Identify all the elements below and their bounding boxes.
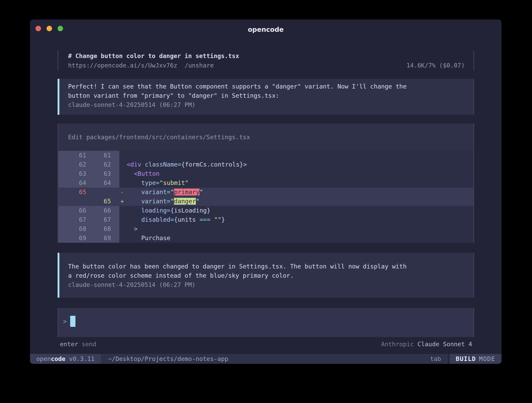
code-token: "submit" <box>160 179 189 186</box>
code-line: <Button <box>127 169 473 178</box>
new-line-number: 61 <box>87 151 119 160</box>
diff-row: 65- variant="primary" <box>58 188 473 197</box>
code-token: " <box>170 189 174 195</box>
code-token: } <box>221 216 225 223</box>
code-line: Purchase <box>127 234 473 243</box>
code-token: primary <box>174 189 200 195</box>
diff-sign <box>119 169 127 178</box>
code-token: " <box>200 189 203 195</box>
new-line-number: 65 <box>87 197 119 206</box>
diff-sign <box>119 224 127 234</box>
code-token <box>127 189 141 195</box>
tab-key-hint: tab <box>430 354 441 364</box>
code-line <box>127 151 473 160</box>
context-usage-stats: 14.6K/7% ($0.07) <box>406 61 465 70</box>
diff-row: 6969 Purchase <box>58 234 473 243</box>
code-token <box>211 216 214 223</box>
edit-tool-card: Edit packages/frontend/src/containers/Se… <box>58 123 474 243</box>
code-token: <div <box>127 161 141 168</box>
code-line: <div className={formCs.controls}> <box>127 160 473 169</box>
diff-sign <box>119 215 127 224</box>
code-token: "" <box>214 216 221 223</box>
code-token: = <box>156 179 160 186</box>
diff-row: 65+ variant="danger" <box>58 197 473 206</box>
code-token: " <box>196 198 200 205</box>
code-line: variant="primary" <box>127 188 473 197</box>
unshare-command[interactable]: /unshare <box>185 61 214 70</box>
build-mode-chip[interactable]: BUILDMODE <box>448 354 502 364</box>
old-line-number: 61 <box>58 151 87 160</box>
status-bar: opencodev0.3.11 ~/Desktop/Projects/demo-… <box>30 354 502 364</box>
code-token: disabled <box>141 216 170 223</box>
edited-file-path: packages/frontend/src/containers/Setting… <box>86 134 250 141</box>
code-token <box>127 170 134 177</box>
diff-row: 6262<div className={formCs.controls}> <box>58 160 473 169</box>
model-timestamp: claude-sonnet-4-20250514 (06:27 PM) <box>68 100 473 110</box>
diff-row: 6161 <box>58 151 473 160</box>
model-timestamp: claude-sonnet-4-20250514 (06:27 PM) <box>68 280 473 290</box>
titlebar[interactable]: opencode <box>30 19 502 39</box>
code-token: > <box>134 225 138 232</box>
old-line-number <box>58 197 87 206</box>
window-title: opencode <box>30 19 502 39</box>
code-token: {units <box>174 216 200 223</box>
old-line-number: 66 <box>58 206 87 215</box>
old-line-number: 69 <box>58 234 87 243</box>
old-line-number: 62 <box>58 160 87 169</box>
diff-row: 6363 <Button <box>58 169 473 178</box>
opencode-window: opencode # Change button color to danger… <box>30 19 502 364</box>
code-token: === <box>200 216 211 223</box>
share-url[interactable]: https://opencode.ai/s/UwJxv76z <box>68 61 177 70</box>
prompt-input[interactable]: > <box>58 308 474 337</box>
code-line: variant="danger" <box>127 197 473 206</box>
diff-row: 6868 > <box>58 224 473 234</box>
new-line-number: 62 <box>87 160 119 169</box>
message-line: The button color has been changed to dan… <box>68 262 473 271</box>
code-line: loading={isLoading} <box>127 206 473 215</box>
message-lines: The button color has been changed to dan… <box>68 262 473 280</box>
new-line-number: 68 <box>87 224 119 234</box>
message-line: button variant from "primary" to "danger… <box>68 91 473 100</box>
session-title: # Change button color to danger in setti… <box>68 51 465 61</box>
app-version-chip: opencodev0.3.11 <box>30 354 101 364</box>
old-line-number: 63 <box>58 169 87 178</box>
new-line-number: 69 <box>87 234 119 243</box>
code-token: danger <box>174 198 196 205</box>
new-line-number: 64 <box>87 178 119 188</box>
edit-tool-header: Edit packages/frontend/src/containers/Se… <box>58 123 473 151</box>
active-model: Anthropic Claude Sonnet 4 <box>381 340 472 349</box>
code-line: > <box>127 224 473 234</box>
code-line: disabled={units === ""} <box>127 215 473 224</box>
old-line-number: 64 <box>58 178 87 188</box>
diff-row: 6767 disabled={units === ""} <box>58 215 473 224</box>
message-line: Perfect! I can see that the Button compo… <box>68 82 473 91</box>
new-line-number: 63 <box>87 169 119 178</box>
new-line-number: 66 <box>87 206 119 215</box>
diff-view: 61616262<div className={formCs.controls}… <box>58 151 473 243</box>
code-token: = <box>167 189 170 195</box>
code-token <box>127 216 141 223</box>
code-token: {formCs.controls}> <box>181 161 247 168</box>
diff-row: 6464 type="submit" <box>58 178 473 188</box>
diff-sign <box>119 151 127 160</box>
code-token: = <box>167 198 170 205</box>
code-token: type <box>141 179 156 186</box>
code-token: = <box>178 161 181 168</box>
code-token <box>127 225 134 232</box>
old-line-number: 68 <box>58 224 87 234</box>
code-token <box>127 207 141 214</box>
diff-sign: + <box>119 197 127 206</box>
code-token: = <box>170 216 174 223</box>
new-line-number: 67 <box>87 215 119 224</box>
working-directory: ~/Desktop/Projects/demo-notes-app <box>101 354 228 364</box>
hints-row: enter send Anthropic Claude Sonnet 4 <box>60 340 472 349</box>
assistant-message-2: The button color has been changed to dan… <box>58 253 474 298</box>
code-token: Purchase <box>127 235 170 241</box>
old-line-number: 67 <box>58 215 87 224</box>
code-token: {isLoading} <box>170 207 210 214</box>
assistant-message-1: Perfect! I can see that the Button compo… <box>58 79 474 115</box>
code-token <box>127 198 141 205</box>
diff-sign <box>119 234 127 243</box>
send-key-hint: enter send <box>60 340 96 349</box>
new-line-number <box>87 188 119 197</box>
